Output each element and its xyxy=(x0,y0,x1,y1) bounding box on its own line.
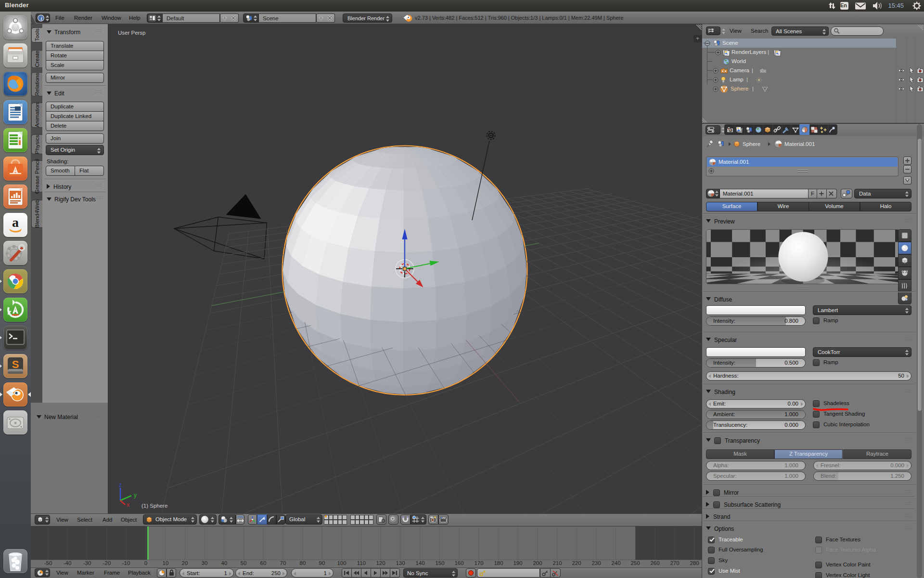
svg-text:i: i xyxy=(40,15,42,21)
svg-text:S: S xyxy=(12,358,19,370)
svg-text:z: z xyxy=(119,482,122,488)
svg-text:a: a xyxy=(12,215,19,230)
svg-text:y: y xyxy=(134,492,137,499)
svg-text:x: x xyxy=(127,501,129,508)
